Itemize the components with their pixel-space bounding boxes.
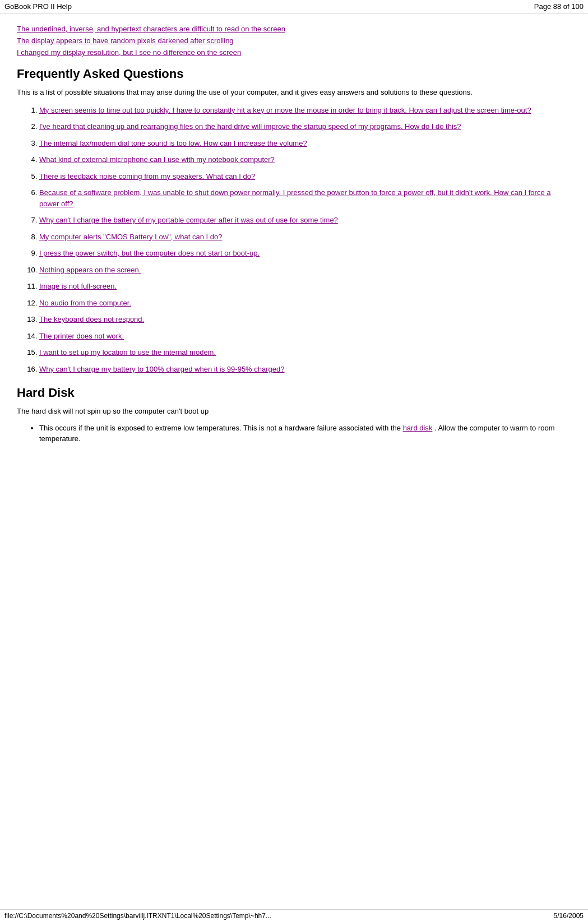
list-item: Nothing appears on the screen. <box>39 265 571 276</box>
faq-link-8[interactable]: My computer alerts "CMOS Battery Low", w… <box>39 233 222 241</box>
hard-disk-section: Hard Disk The hard disk will not spin up… <box>17 386 571 444</box>
list-item: Why can't I charge the battery of my por… <box>39 215 571 226</box>
hard-disk-description: The hard disk will not spin up so the co… <box>17 406 571 417</box>
faq-link-6[interactable]: Because of a software problem, I was una… <box>39 188 550 208</box>
footer-bar: file://C:\Documents%20and%20Settings\bar… <box>0 909 588 922</box>
hard-disk-link[interactable]: hard disk <box>403 424 433 432</box>
list-item: There is feedback noise coming from my s… <box>39 171 571 182</box>
faq-link-2[interactable]: I've heard that cleaning up and rearrang… <box>39 122 461 131</box>
faq-link-9[interactable]: I press the power switch, but the comput… <box>39 249 260 257</box>
app-title: GoBook PRO II Help <box>4 2 72 11</box>
list-item: The printer does not work. <box>39 331 571 342</box>
list-item: Because of a software problem, I was una… <box>39 187 571 209</box>
header-bar: GoBook PRO II Help Page 88 of 100 <box>0 0 588 13</box>
faq-link-13[interactable]: The keyboard does not respond. <box>39 315 144 323</box>
list-item: I press the power switch, but the comput… <box>39 248 571 259</box>
page-info: Page 88 of 100 <box>534 2 584 11</box>
main-content: The underlined, inverse, and hypertext c… <box>0 13 588 471</box>
link-display-resolution[interactable]: I changed my display resolution, but I s… <box>17 48 571 57</box>
faq-link-11[interactable]: Image is not full-screen. <box>39 282 117 290</box>
faq-link-5[interactable]: There is feedback noise coming from my s… <box>39 172 255 180</box>
list-item: My screen seems to time out too quickly.… <box>39 105 571 116</box>
link-random-pixels[interactable]: The display appears to have random pixel… <box>17 36 571 45</box>
faq-list: My screen seems to time out too quickly.… <box>28 105 571 375</box>
faq-intro: This is a list of possible situations th… <box>17 87 571 98</box>
link-underlined-chars[interactable]: The underlined, inverse, and hypertext c… <box>17 25 571 33</box>
faq-link-4[interactable]: What kind of external microphone can I u… <box>39 155 275 164</box>
list-item: I want to set up my location to use the … <box>39 347 571 358</box>
faq-section: Frequently Asked Questions This is a lis… <box>17 67 571 374</box>
list-item: My computer alerts "CMOS Battery Low", w… <box>39 231 571 243</box>
hard-disk-heading: Hard Disk <box>17 386 571 400</box>
footer-date: 5/16/2005 <box>554 912 584 920</box>
faq-link-1[interactable]: My screen seems to time out too quickly.… <box>39 106 531 114</box>
list-item: What kind of external microphone can I u… <box>39 154 571 165</box>
faq-heading: Frequently Asked Questions <box>17 67 571 81</box>
list-item: No audio from the computer. <box>39 298 571 309</box>
list-item: I've heard that cleaning up and rearrang… <box>39 121 571 132</box>
top-links: The underlined, inverse, and hypertext c… <box>17 25 571 57</box>
hard-disk-bullet-item: This occurs if the unit is exposed to ex… <box>39 423 571 444</box>
faq-link-16[interactable]: Why can't I charge my battery to 100% ch… <box>39 365 285 373</box>
list-item: Why can't I charge my battery to 100% ch… <box>39 364 571 375</box>
bullet-text-before: This occurs if the unit is exposed to ex… <box>39 424 403 432</box>
footer-file-path: file://C:\Documents%20and%20Settings\bar… <box>4 912 271 920</box>
list-item: Image is not full-screen. <box>39 281 571 292</box>
faq-link-14[interactable]: The printer does not work. <box>39 332 124 340</box>
list-item: The keyboard does not respond. <box>39 314 571 325</box>
faq-link-15[interactable]: I want to set up my location to use the … <box>39 348 216 356</box>
faq-link-7[interactable]: Why can't I charge the battery of my por… <box>39 216 338 224</box>
faq-link-3[interactable]: The internal fax/modem dial tone sound i… <box>39 139 307 147</box>
list-item: The internal fax/modem dial tone sound i… <box>39 138 571 149</box>
faq-link-10[interactable]: Nothing appears on the screen. <box>39 266 141 274</box>
hard-disk-bullets: This occurs if the unit is exposed to ex… <box>34 423 571 444</box>
faq-link-12[interactable]: No audio from the computer. <box>39 299 131 307</box>
